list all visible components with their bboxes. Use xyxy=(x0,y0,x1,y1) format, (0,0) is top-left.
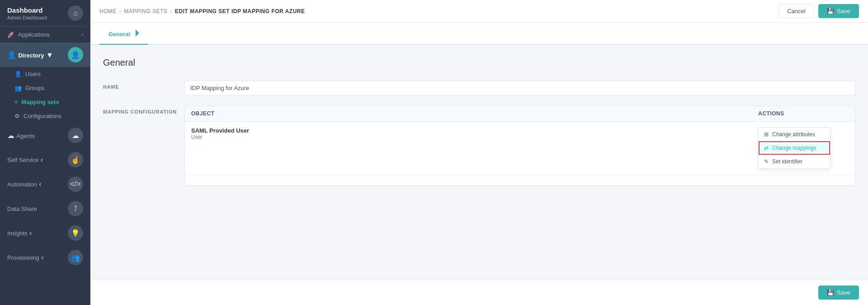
content-area: General General NAME MAPPING CONFIGURATI… xyxy=(90,23,868,305)
breadcrumb-mapping-sets[interactable]: MAPPING SETS xyxy=(124,8,168,14)
sidebar-item-agents-label: Agents xyxy=(16,133,34,139)
change-mappings-icon: ⇄ xyxy=(764,145,769,151)
change-attributes-action[interactable]: ⊞ Change attributes xyxy=(759,128,830,141)
sidebar-sub-item-users[interactable]: 👤 Users xyxy=(0,67,90,81)
mapping-actions-cell: ⊞ Change attributes ⇄ Change mappings xyxy=(758,127,849,169)
directory-icon: 👤 xyxy=(7,51,16,59)
sidebar-item-insights-label: Insights xyxy=(7,230,28,237)
provisioning-chevron-icon: ‹ xyxy=(41,253,43,261)
breadcrumb-sep-2: › xyxy=(170,8,173,14)
sidebar-item-provisioning[interactable]: Provisioning ‹ 👥 xyxy=(0,245,90,270)
mapping-table-body: SAML Provided User User ⊞ Change attribu… xyxy=(185,122,855,185)
sidebar-item-provisioning-label: Provisioning xyxy=(7,254,39,261)
mapping-sets-icon: ≡ xyxy=(14,99,18,105)
sidebar-item-automation[interactable]: Automation ‹ </> xyxy=(0,172,90,196)
cancel-button[interactable]: Cancel xyxy=(779,4,814,18)
action-menu: ⊞ Change attributes ⇄ Change mappings xyxy=(758,127,830,169)
sidebar-item-applications[interactable]: 🚀 Applications ‹ xyxy=(0,27,90,43)
sidebar-sub-item-configurations-label: Configurations xyxy=(23,113,61,119)
set-identifier-icon: ✎ xyxy=(764,158,769,165)
breadcrumb: HOME › MAPPING SETS › EDIT MAPPING SET I… xyxy=(99,8,305,14)
mapping-table-header: Object Actions xyxy=(185,106,855,122)
change-mappings-label: Change mappings xyxy=(772,145,816,151)
name-label: NAME xyxy=(103,81,184,90)
sidebar-sub-item-configurations[interactable]: ⚙ Configurations xyxy=(0,109,90,123)
sidebar-item-agents[interactable]: ☁ Agents ☁ xyxy=(0,123,90,148)
section-title: General xyxy=(103,57,855,68)
save-button-bottom[interactable]: 💾 Save xyxy=(818,286,859,300)
sidebar-header: Dashboard Admin Dashboard ⌂ xyxy=(0,0,90,27)
breadcrumb-current: EDIT MAPPING SET IDP MAPPING FOR AZURE xyxy=(175,8,305,14)
mapping-object-cell: SAML Provided User User xyxy=(191,127,758,140)
sidebar: Dashboard Admin Dashboard ⌂ 🚀 Applicatio… xyxy=(0,0,90,305)
set-identifier-label: Set identifier xyxy=(772,158,802,165)
groups-icon: 👥 xyxy=(14,85,22,91)
col-object-header: Object xyxy=(191,110,758,117)
name-field-row: NAME xyxy=(103,81,855,95)
sidebar-item-data-share[interactable]: Data Share ⤴ xyxy=(0,196,90,221)
set-identifier-action[interactable]: ✎ Set identifier xyxy=(759,155,830,168)
breadcrumb-sep-1: › xyxy=(119,8,122,14)
mapping-config-field-row: MAPPING CONFIGURATION Object Actions SAM… xyxy=(103,105,855,186)
sidebar-item-applications-label: Applications xyxy=(18,31,50,38)
dashboard-icon[interactable]: ⌂ xyxy=(68,5,83,21)
self-service-nav-icon[interactable]: ☝ xyxy=(68,152,83,167)
mapping-table: Object Actions SAML Provided User User xyxy=(184,105,855,186)
sidebar-item-self-service-label: Self Service xyxy=(7,157,38,163)
agents-icon: ☁ xyxy=(7,132,14,139)
sidebar-sub-item-groups[interactable]: 👥 Groups xyxy=(0,81,90,95)
tab-general[interactable]: General xyxy=(99,23,148,45)
directory-avatar-icon[interactable]: 👤 xyxy=(68,47,83,62)
tab-arrow-icon xyxy=(136,29,139,37)
sidebar-sub-item-mapping-sets[interactable]: ≡ Mapping sets xyxy=(0,95,90,109)
name-input[interactable] xyxy=(184,81,855,95)
insights-chevron-icon: ‹ xyxy=(29,229,32,237)
insights-nav-icon[interactable]: 💡 xyxy=(68,225,83,241)
sidebar-item-self-service[interactable]: Self Service ‹ ☝ xyxy=(0,148,90,172)
mapping-obj-name: SAML Provided User xyxy=(191,127,758,134)
save-button-top[interactable]: 💾 Save xyxy=(818,4,859,18)
table-row: SAML Provided User User ⊞ Change attribu… xyxy=(185,122,855,175)
sidebar-item-data-share-label: Data Share xyxy=(7,205,37,212)
automation-nav-icon[interactable]: </> xyxy=(68,176,83,192)
sidebar-subtitle: Admin Dashboard xyxy=(7,15,47,20)
col-actions-header: Actions xyxy=(758,110,849,117)
save-bottom-label: Save xyxy=(837,289,850,296)
save-bottom-icon: 💾 xyxy=(827,289,834,296)
mapping-config-value: Object Actions SAML Provided User User xyxy=(184,105,855,186)
name-field-value xyxy=(184,81,855,95)
sidebar-item-directory-label: Directory xyxy=(18,52,44,59)
tabs: General xyxy=(90,23,868,45)
chevron-left-icon: ‹ xyxy=(82,32,83,37)
main-area: HOME › MAPPING SETS › EDIT MAPPING SET I… xyxy=(90,0,868,305)
save-top-icon: 💾 xyxy=(827,8,834,14)
provisioning-nav-icon[interactable]: 👥 xyxy=(68,250,83,265)
sidebar-item-insights[interactable]: Insights ‹ 💡 xyxy=(0,221,90,245)
topbar: HOME › MAPPING SETS › EDIT MAPPING SET I… xyxy=(90,0,868,23)
form-section: General NAME MAPPING CONFIGURATION Objec… xyxy=(90,45,868,208)
agents-nav-icon[interactable]: ☁ xyxy=(68,128,83,143)
user-icon: 👤 xyxy=(14,71,22,77)
self-service-chevron-icon: ‹ xyxy=(41,156,43,163)
change-mappings-action[interactable]: ⇄ Change mappings xyxy=(759,141,830,155)
mapping-config-label: MAPPING CONFIGURATION xyxy=(103,105,184,114)
sidebar-sub-item-mapping-sets-label: Mapping sets xyxy=(22,99,59,105)
sidebar-sub-item-users-label: Users xyxy=(25,71,41,77)
sidebar-sub-item-groups-label: Groups xyxy=(25,85,45,91)
change-attributes-label: Change attributes xyxy=(772,131,815,138)
topbar-actions: Cancel 💾 Save xyxy=(779,4,859,18)
sidebar-item-directory[interactable]: 👤 Directory ▼ 👤 xyxy=(0,43,90,67)
sidebar-item-automation-label: Automation xyxy=(7,181,37,188)
automation-chevron-icon: ‹ xyxy=(39,180,41,188)
save-top-label: Save xyxy=(837,8,850,14)
tab-general-label: General xyxy=(108,31,130,38)
spacer xyxy=(90,208,868,280)
change-attributes-icon: ⊞ xyxy=(764,131,769,138)
data-share-nav-icon[interactable]: ⤴ xyxy=(68,201,83,216)
chevron-down-icon: ▼ xyxy=(46,51,53,59)
breadcrumb-home[interactable]: HOME xyxy=(99,8,117,14)
sidebar-title: Dashboard xyxy=(7,6,47,14)
mapping-obj-type: User xyxy=(191,134,758,140)
applications-icon: 🚀 xyxy=(7,31,14,38)
configurations-icon: ⚙ xyxy=(14,113,20,119)
